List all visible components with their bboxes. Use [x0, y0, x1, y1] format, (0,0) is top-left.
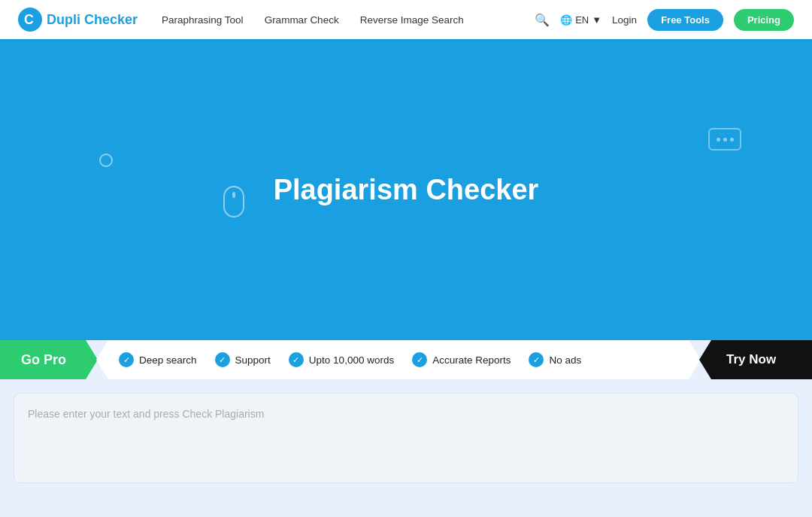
feature-label-0: Deep search — [139, 354, 197, 366]
check-icon-3: ✓ — [412, 352, 427, 367]
check-icon-2: ✓ — [289, 352, 304, 367]
main-content: Plagiarism Checker Go Pro ✓ Deep search … — [0, 39, 812, 517]
text-area-section: Please enter your text and press Check P… — [0, 379, 812, 517]
deco-dots — [708, 128, 741, 151]
deco-circle — [99, 154, 113, 167]
free-tools-button[interactable]: Free Tools — [647, 9, 723, 31]
feature-words: ✓ Upto 10,000 words — [289, 352, 394, 367]
deco-mouse — [223, 186, 244, 217]
check-icon-1: ✓ — [215, 352, 230, 367]
globe-icon: 🌐 — [560, 14, 572, 26]
try-now-label: Try Now — [726, 352, 776, 367]
lang-label: EN — [575, 14, 589, 26]
feature-no-ads: ✓ No ads — [529, 352, 581, 367]
nav-link-reverse-image[interactable]: Reverse Image Search — [360, 14, 464, 26]
hero-section: Plagiarism Checker — [0, 39, 812, 340]
chevron-down-icon: ▼ — [592, 14, 601, 26]
logo[interactable]: C Dupli Checker — [18, 8, 138, 32]
try-now-button[interactable]: Try Now — [699, 340, 812, 379]
check-icon-4: ✓ — [529, 352, 544, 367]
bottom-section: Go Pro ✓ Deep search ✓ Support ✓ Upto 10… — [0, 340, 812, 517]
navbar: C Dupli Checker Paraphrasing Tool Gramma… — [0, 0, 812, 39]
text-placeholder: Please enter your text and press Check P… — [28, 408, 264, 420]
language-selector[interactable]: 🌐 EN ▼ — [560, 14, 601, 26]
feature-label-4: No ads — [549, 354, 581, 366]
svg-text:C: C — [24, 12, 34, 27]
logo-icon: C — [18, 8, 42, 32]
nav-actions: 🔍 🌐 EN ▼ Login Free Tools Pricing — [535, 9, 794, 31]
search-icon[interactable]: 🔍 — [535, 13, 550, 27]
go-pro-banner: Go Pro ✓ Deep search ✓ Support ✓ Upto 10… — [0, 340, 812, 379]
go-pro-label: Go Pro — [0, 340, 98, 379]
feature-label-1: Support — [235, 354, 271, 366]
nav-links: Paraphrasing Tool Grammar Check Reverse … — [162, 14, 535, 26]
hero-title: Plagiarism Checker — [274, 174, 539, 206]
pricing-button[interactable]: Pricing — [734, 9, 794, 31]
feature-reports: ✓ Accurate Reports — [412, 352, 511, 367]
feature-label-3: Accurate Reports — [432, 354, 511, 366]
logo-text: Dupli Checker — [47, 12, 138, 28]
nav-link-paraphrasing[interactable]: Paraphrasing Tool — [162, 14, 244, 26]
text-input-area[interactable]: Please enter your text and press Check P… — [14, 393, 798, 483]
feature-deep-search: ✓ Deep search — [119, 352, 197, 367]
go-pro-features: ✓ Deep search ✓ Support ✓ Upto 10,000 wo… — [96, 340, 701, 379]
check-icon-0: ✓ — [119, 352, 134, 367]
feature-support: ✓ Support — [215, 352, 271, 367]
login-button[interactable]: Login — [612, 14, 637, 26]
nav-link-grammar[interactable]: Grammar Check — [265, 14, 339, 26]
feature-label-2: Upto 10,000 words — [309, 354, 394, 366]
